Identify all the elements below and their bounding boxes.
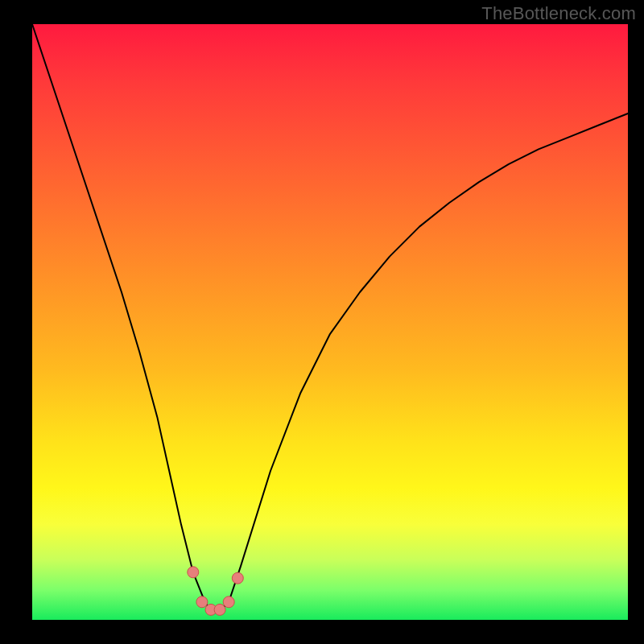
bottleneck-curve [32, 24, 628, 611]
curve-marker [223, 597, 234, 608]
curve-marker [196, 597, 208, 608]
chart-canvas: TheBottleneck.com [0, 0, 644, 644]
curve-marker [214, 604, 225, 615]
plot-area [32, 24, 628, 620]
marker-group [188, 567, 243, 616]
watermark-text: TheBottleneck.com [481, 3, 636, 24]
curve-marker [188, 567, 199, 578]
curve-marker [232, 572, 243, 584]
chart-svg [32, 24, 628, 620]
